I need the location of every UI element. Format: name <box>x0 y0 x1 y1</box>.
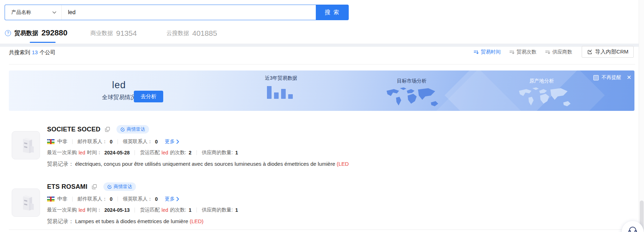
sort-icon <box>545 50 550 55</box>
trade-record-highlight: (LED <box>337 161 349 167</box>
purchase-date: 2024-05-28 <box>104 150 130 155</box>
divider <box>118 197 118 202</box>
sort-label: 贸易时间 <box>481 49 501 55</box>
more-link[interactable]: 更多 <box>165 138 179 145</box>
trade-record-row: 贸易记录： électriques, conçus pour être util… <box>47 161 628 168</box>
company-name[interactable]: ETS ROSAMI <box>47 183 87 191</box>
building-placeholder-icon <box>15 134 37 157</box>
tab-count: 91354 <box>116 29 137 38</box>
dismiss-label[interactable]: 不再提醒 <box>602 74 621 81</box>
divider <box>135 208 135 213</box>
bar-chart-icon <box>267 86 297 99</box>
flag-central-african-republic-icon <box>47 139 55 144</box>
company-country: 中非 <box>57 196 67 202</box>
tab-label: 商业数据 <box>90 30 113 37</box>
email-contacts-label: 邮件联系人： <box>78 138 107 145</box>
section-divider-band <box>0 44 644 47</box>
purchase-time-label: 时间： <box>87 149 102 156</box>
sort-icon <box>509 50 514 55</box>
freight-label: 货运匹配 <box>140 149 160 156</box>
sort-trade-time[interactable]: 贸易时间 <box>474 49 501 55</box>
tab-cloud-search-data[interactable]: 云搜数据 401885 <box>166 29 217 38</box>
freight-count-value: 1 <box>189 207 192 213</box>
banner-chart-label: 近3年贸易数据 <box>265 75 297 81</box>
linkedin-contacts-label: 领英联系人： <box>123 138 153 145</box>
dismiss-checkbox[interactable] <box>593 75 599 80</box>
company-stats-row: 最近一次采购 led 时间： 2024-05-28 货运匹配 led 的次数: … <box>47 149 628 156</box>
company-card: ETS ROSAMI 商情雷达 <box>12 182 628 225</box>
more-link[interactable]: 更多 <box>165 196 179 202</box>
search-category-dropdown[interactable]: 产品名称 <box>5 5 62 20</box>
close-icon[interactable]: ✕ <box>627 75 631 80</box>
bar <box>267 86 272 99</box>
active-tab-underline <box>30 42 56 43</box>
purchase-time-label: 时间： <box>87 207 102 213</box>
radar-badge-label: 商情雷达 <box>114 183 132 190</box>
divider <box>196 208 197 213</box>
trade-record-row: 贸易记录： Lampes et tubes à diodes émettrice… <box>47 218 628 225</box>
purchase-date: 2024-05-13 <box>104 207 130 213</box>
freight-label: 货运匹配 <box>140 207 160 213</box>
copy-icon[interactable] <box>105 127 110 132</box>
banner-dismiss-group: 不再提醒 ✕ <box>593 74 631 81</box>
headset-icon <box>628 225 638 232</box>
search-button[interactable]: 搜 索 <box>316 5 349 20</box>
scrollbar-track[interactable] <box>639 0 644 232</box>
sort-icon <box>474 50 479 55</box>
sort-supplier-count[interactable]: 供应商数 <box>545 49 572 55</box>
freight-count-label: 的次数: <box>170 207 186 213</box>
company-name[interactable]: SOCIETE SOCED <box>47 126 101 133</box>
help-icon[interactable]: ? <box>5 30 11 36</box>
banner-market-label: 目标市场分析 <box>397 78 427 84</box>
world-map-icon <box>383 87 443 109</box>
results-count: 13 <box>32 49 38 55</box>
tab-count: 292880 <box>41 28 67 38</box>
freight-count-label: 的次数: <box>170 149 186 156</box>
keyword-highlight: led <box>79 150 85 155</box>
tab-trade-data[interactable]: ? 贸易数据 292880 <box>5 28 67 38</box>
sort-trade-count[interactable]: 贸易次数 <box>509 49 536 55</box>
results-suffix: 个公司 <box>40 49 56 55</box>
trade-record-label: 贸易记录： <box>47 218 74 224</box>
trade-record-text: Lampes et tubes à diodes émettrices de l… <box>75 218 190 224</box>
keyword-highlight: led <box>79 207 85 213</box>
search-category-label: 产品名称 <box>11 9 31 16</box>
supplier-count-label: 供应商的数量: <box>202 207 233 213</box>
more-label: 更多 <box>165 196 175 202</box>
search-combo: 产品名称 <box>5 5 316 20</box>
chevron-right-icon <box>176 197 179 201</box>
radar-badge[interactable]: 商情雷达 <box>103 182 136 191</box>
tab-business-data[interactable]: 商业数据 91354 <box>90 29 137 38</box>
supplier-count-label: 供应商的数量: <box>202 149 233 156</box>
company-name-row: SOCIETE SOCED 商情雷达 <box>47 125 628 134</box>
company-info-row: 中非 邮件联系人： 0 领英联系人： 0 更多 <box>47 138 628 145</box>
supplier-count-value: 1 <box>235 150 238 155</box>
chevron-right-icon <box>176 140 179 144</box>
analyze-button[interactable]: 去分析 <box>134 91 163 102</box>
trade-record-text: électriques, conçus pour être utilisés u… <box>75 161 337 167</box>
import-crm-button[interactable]: 导入内部CRM <box>582 46 634 58</box>
banner-origin-label: 原产地分析 <box>529 78 554 84</box>
copy-icon[interactable] <box>92 184 97 189</box>
trade-record-label: 贸易记录： <box>47 161 74 167</box>
header-divider <box>9 64 635 64</box>
sort-label: 贸易次数 <box>517 49 536 55</box>
company-logo <box>12 131 40 159</box>
world-map-icon <box>515 87 575 109</box>
import-crm-label: 导入内部CRM <box>595 49 628 55</box>
chevron-down-icon <box>52 11 56 14</box>
keyword-highlight: led <box>161 150 168 155</box>
company-stats-row: 最近一次采购 led 时间： 2024-05-13 货运匹配 led 的次数: … <box>47 207 628 213</box>
banner-keyword: led <box>97 80 141 91</box>
purchase-label: 最近一次采购 <box>47 149 77 156</box>
building-placeholder-icon <box>15 191 37 214</box>
radar-icon <box>107 185 112 189</box>
radar-badge[interactable]: 商情雷达 <box>116 125 149 134</box>
import-icon <box>587 49 593 55</box>
analysis-banner: led 全球贸易情况 去分析 近3年贸易数据 目标市场分析 原产地分析 不再提醒… <box>9 70 634 111</box>
search-bar: 产品名称 搜 索 <box>5 5 349 20</box>
more-label: 更多 <box>165 138 175 145</box>
search-input[interactable] <box>62 5 316 20</box>
keyword-highlight: led <box>161 207 168 213</box>
supplier-count-value: 1 <box>235 207 238 213</box>
